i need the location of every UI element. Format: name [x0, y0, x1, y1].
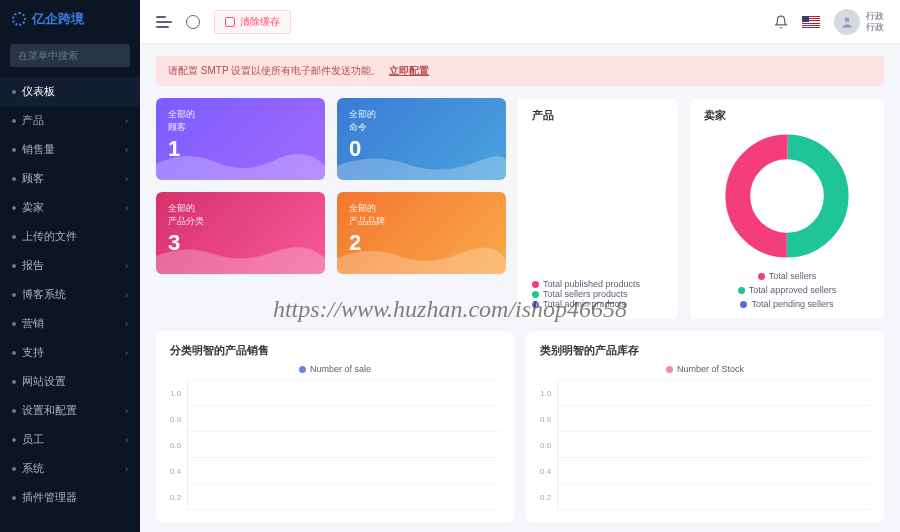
sidebar-item[interactable]: 仪表板: [0, 77, 140, 106]
sidebar-item[interactable]: 报告›: [0, 251, 140, 280]
sidebar-item[interactable]: 网站设置: [0, 367, 140, 396]
dot-icon: [12, 235, 16, 239]
sidebar-item[interactable]: 营销›: [0, 309, 140, 338]
sidebar-item[interactable]: 博客系统›: [0, 280, 140, 309]
chart-title: 分类明智的产品销售: [170, 343, 500, 358]
stat-orders[interactable]: 全部的命令 0: [337, 98, 506, 180]
chevron-right-icon: ›: [125, 174, 128, 184]
dot-icon: [12, 322, 16, 326]
legend-dot-icon: [740, 301, 747, 308]
sidebar: 亿企跨境 仪表板产品›销售量›顾客›卖家›上传的文件报告›博客系统›营销›支持›…: [0, 0, 140, 532]
stat-categories[interactable]: 全部的产品分类 3: [156, 192, 325, 274]
chevron-right-icon: ›: [125, 203, 128, 213]
legend-item: Total sellers: [758, 271, 817, 281]
y-tick: 0.2: [540, 484, 551, 510]
y-tick: 0.4: [540, 458, 551, 484]
dot-icon: [12, 496, 16, 500]
sellers-card: 卖家 Total sellersTotal approved sellersTo…: [690, 98, 884, 319]
user-name: 行政: [866, 11, 884, 22]
menu-toggle-icon[interactable]: [156, 16, 172, 28]
sidebar-item[interactable]: 卖家›: [0, 193, 140, 222]
chart-title: 类别明智的产品库存: [540, 343, 870, 358]
dot-icon: [12, 177, 16, 181]
bell-icon[interactable]: [774, 15, 788, 29]
legend-item: Total admin products: [532, 299, 664, 309]
sidebar-nav: 仪表板产品›销售量›顾客›卖家›上传的文件报告›博客系统›营销›支持›网站设置设…: [0, 77, 140, 512]
chevron-right-icon: ›: [125, 435, 128, 445]
y-tick: 0.4: [170, 458, 181, 484]
chevron-right-icon: ›: [125, 261, 128, 271]
wave-icon: [156, 238, 325, 274]
stat-brands[interactable]: 全部的产品品牌 2: [337, 192, 506, 274]
dot-icon: [12, 90, 16, 94]
sales-chart-plot: 1.00.80.60.40.2: [170, 380, 500, 510]
wave-icon: [337, 144, 506, 180]
legend-dot-icon: [758, 273, 765, 280]
chevron-right-icon: ›: [125, 464, 128, 474]
chevron-right-icon: ›: [125, 319, 128, 329]
sidebar-item[interactable]: 系统›: [0, 454, 140, 483]
wave-icon: [156, 144, 325, 180]
legend-item: Total published products: [532, 279, 664, 289]
smtp-alert: 请配置 SMTP 设置以使所有电子邮件发送功能。 立即配置: [156, 56, 884, 86]
user-menu[interactable]: 行政 行政: [834, 9, 884, 35]
sidebar-item[interactable]: 顾客›: [0, 164, 140, 193]
sellers-donut-chart: [722, 131, 852, 261]
globe-logo-icon: [12, 12, 26, 26]
alert-link[interactable]: 立即配置: [389, 64, 429, 78]
chevron-right-icon: ›: [125, 116, 128, 126]
dot-icon: [12, 409, 16, 413]
legend-item: Total approved sellers: [738, 285, 837, 295]
brand[interactable]: 亿企跨境: [0, 0, 140, 38]
sellers-legend: Total sellersTotal approved sellersTotal…: [704, 271, 870, 309]
avatar: [834, 9, 860, 35]
sidebar-item[interactable]: 支持›: [0, 338, 140, 367]
legend-dot-icon: [532, 291, 539, 298]
stock-chart-plot: 1.00.80.60.40.2: [540, 380, 870, 510]
y-tick: 0.6: [540, 432, 551, 458]
sidebar-item[interactable]: 设置和配置›: [0, 396, 140, 425]
sidebar-item[interactable]: 产品›: [0, 106, 140, 135]
y-tick: 0.2: [170, 484, 181, 510]
card-title: 卖家: [704, 108, 870, 123]
user-role: 行政: [866, 22, 884, 33]
topbar: 清除缓存 行政 行政: [140, 0, 900, 44]
stat-customers[interactable]: 全部的顾客 1: [156, 98, 325, 180]
dot-icon: [12, 438, 16, 442]
y-tick: 0.8: [540, 406, 551, 432]
dot-icon: [12, 351, 16, 355]
flag-us-icon[interactable]: [802, 16, 820, 28]
wave-icon: [337, 238, 506, 274]
dot-icon: [12, 264, 16, 268]
dot-icon: [12, 148, 16, 152]
y-tick: 0.6: [170, 432, 181, 458]
globe-icon[interactable]: [186, 15, 200, 29]
alert-text: 请配置 SMTP 设置以使所有电子邮件发送功能。: [168, 64, 381, 78]
sidebar-item[interactable]: 销售量›: [0, 135, 140, 164]
legend-item: Total sellers products: [532, 289, 664, 299]
products-legend: Total published productsTotal sellers pr…: [532, 279, 664, 309]
legend-item: Total pending sellers: [740, 299, 833, 309]
sidebar-item[interactable]: 上传的文件: [0, 222, 140, 251]
svg-point-0: [845, 17, 850, 22]
sidebar-search-input[interactable]: [10, 44, 130, 67]
legend-dot-icon: [532, 281, 539, 288]
trash-icon: [225, 17, 235, 27]
sales-chart-card: 分类明智的产品销售 Number of sale 1.00.80.60.40.2: [156, 331, 514, 522]
sidebar-item[interactable]: 员工›: [0, 425, 140, 454]
legend-dot-icon: [738, 287, 745, 294]
products-card: 产品 Total published productsTotal sellers…: [518, 98, 678, 319]
stats-grid: 全部的顾客 1 全部的命令 0 全部的产品分类 3: [156, 98, 506, 319]
clear-cache-label: 清除缓存: [240, 15, 280, 29]
y-tick: 0.8: [170, 406, 181, 432]
stock-chart-card: 类别明智的产品库存 Number of Stock 1.00.80.60.40.…: [526, 331, 884, 522]
dot-icon: [12, 293, 16, 297]
sidebar-item[interactable]: 插件管理器: [0, 483, 140, 512]
clear-cache-button[interactable]: 清除缓存: [214, 10, 291, 34]
legend-dot-icon: [299, 366, 306, 373]
chevron-right-icon: ›: [125, 145, 128, 155]
legend-dot-icon: [532, 301, 539, 308]
chevron-right-icon: ›: [125, 348, 128, 358]
dot-icon: [12, 380, 16, 384]
dot-icon: [12, 119, 16, 123]
